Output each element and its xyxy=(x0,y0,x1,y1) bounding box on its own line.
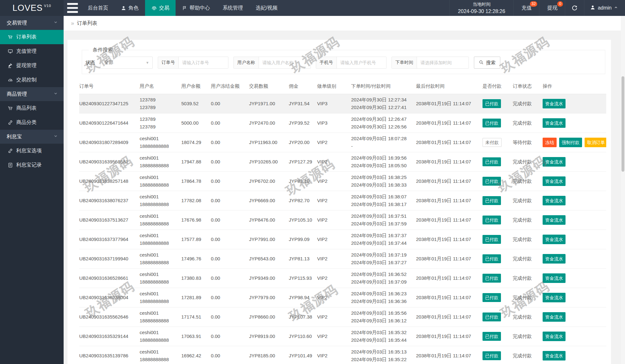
pay-status-badge: 已付款 xyxy=(483,351,501,360)
hamburger-icon[interactable] xyxy=(64,0,81,16)
main-menu: 后台首页角色交易帮助中心系统管理选妃/视频 xyxy=(64,0,284,16)
commission-cell: JYP110.60 xyxy=(289,326,317,346)
column-header: 交易数额 xyxy=(249,79,289,94)
sidebar-item-利息宝选项[interactable]: 利息宝选项 xyxy=(0,144,64,158)
actions-cell: 资金流水 xyxy=(543,230,606,249)
action-button-资金流水[interactable]: 资金流水 xyxy=(543,196,566,205)
scales-icon xyxy=(151,5,157,11)
sidebar-group-利息宝[interactable]: 利息宝 xyxy=(0,130,64,144)
action-button-资金流水[interactable]: 资金流水 xyxy=(543,293,566,302)
breadcrumb: » 订单列表 xyxy=(64,16,625,31)
paid-cell: 已付款 xyxy=(483,326,513,346)
time-cell: 2024年09月03日 16:36:232024年09月03日 16:36:36 xyxy=(351,288,416,307)
main-content: » 订单列表 条件搜索 状态 全部 ▼ 订单号 用户名称 xyxy=(64,16,625,364)
scrollbar-thumb[interactable] xyxy=(622,76,624,172)
action-button-冻结[interactable]: 冻结 xyxy=(543,138,557,147)
sidebar-item-提现管理[interactable]: 提现管理 xyxy=(0,58,64,73)
action-button-资金流水[interactable]: 资金流水 xyxy=(543,118,566,128)
actions-cell: 资金流水 xyxy=(543,94,606,113)
action-button-资金流水[interactable]: 资金流水 xyxy=(543,215,566,225)
cart-icon xyxy=(8,106,13,111)
action-button-资金流水[interactable]: 资金流水 xyxy=(543,332,566,341)
nav-item-label: 帮助中心 xyxy=(190,5,210,11)
action-button-资金流水[interactable]: 资金流水 xyxy=(543,273,566,283)
sidebar-item-充值管理[interactable]: 充值管理 xyxy=(0,44,64,58)
refresh-icon[interactable] xyxy=(565,0,584,16)
time-cell: 2024年09月03日 16:35:322024年09月03日 16:35:44 xyxy=(351,326,416,346)
table-row: UB2409031807289409ceshi00118888888888180… xyxy=(79,133,606,152)
action-button-资金流水[interactable]: 资金流水 xyxy=(543,235,566,244)
column-header: 订单状态 xyxy=(513,79,543,94)
nav-item-后台首页[interactable]: 后台首页 xyxy=(81,0,115,16)
action-button-资金流水[interactable]: 资金流水 xyxy=(543,351,566,361)
time-cell: 2024年09月03日 16:38:252024年09月03日 16:38:33 xyxy=(351,171,416,191)
recharge-badge: 32 xyxy=(530,1,537,7)
local-time: 当地时间 2024-09-30 12:28:26 xyxy=(449,0,514,16)
sidebar-group-交易管理[interactable]: 交易管理 xyxy=(0,16,64,30)
last-pay-time-cell: 2038年01月19日 11:14:07 xyxy=(416,268,483,288)
action-button-资金流水[interactable]: 资金流水 xyxy=(543,176,566,186)
frozen-cell: 0.00 xyxy=(211,133,249,152)
action-button-资金流水[interactable]: 资金流水 xyxy=(543,99,566,108)
order-status-cell: 完成付款 xyxy=(513,94,543,113)
nav-item-交易[interactable]: 交易 xyxy=(145,0,176,16)
pay-status-badge: 未付款 xyxy=(483,138,502,147)
sidebar-item-订单列表[interactable]: 订单列表 xyxy=(0,30,64,44)
nav-item-系统管理[interactable]: 系统管理 xyxy=(216,0,249,16)
action-button-资金流水[interactable]: 资金流水 xyxy=(543,157,566,167)
order-status-cell: 完成付款 xyxy=(513,249,543,268)
nav-item-label: 选妃/视频 xyxy=(256,5,277,11)
paid-cell: 已付款 xyxy=(483,191,513,210)
sidebar-item-商品分类[interactable]: 商品分类 xyxy=(0,115,64,130)
sidebar-item-交易控制[interactable]: 交易控制 xyxy=(0,73,64,87)
nav-item-角色[interactable]: 角色 xyxy=(115,0,145,16)
recharge-button[interactable]: 充值 32 xyxy=(514,0,539,16)
nav-item-帮助中心[interactable]: 帮助中心 xyxy=(176,0,216,16)
order-status-cell: 完成付款 xyxy=(513,210,543,230)
balance-cell: 5000.00 xyxy=(181,113,211,133)
table-row: UB24093012273471251237891237895039.520.0… xyxy=(79,94,606,113)
phone-input[interactable] xyxy=(337,57,386,68)
nav-item-选妃/视频[interactable]: 选妃/视频 xyxy=(249,0,284,16)
order-no-cell: UB2409031636238004 xyxy=(79,288,140,307)
order-time-input[interactable] xyxy=(417,57,469,68)
actions-cell: 资金流水 xyxy=(543,171,606,191)
card-icon xyxy=(8,49,13,54)
order-status-cell: 完成付款 xyxy=(513,113,543,133)
commission-cell: JYP127.29 xyxy=(289,152,317,171)
action-button-取消订单[interactable]: 取消订单 xyxy=(585,138,606,147)
time-cell: 2024年09月03日 16:37:512024年09月03日 16:37:59 xyxy=(351,210,416,230)
commission-cell: JYP20.00 xyxy=(289,133,317,152)
sidebar-item-商品列表[interactable]: 商品列表 xyxy=(0,101,64,115)
withdraw-button[interactable]: 提现 0 xyxy=(539,0,565,16)
status-select[interactable]: 全部 ▼ xyxy=(100,57,153,69)
level-cell: VIP2 xyxy=(317,210,351,230)
order-status-cell: 完成付款 xyxy=(513,230,543,249)
search-button[interactable]: 搜索 xyxy=(474,57,500,69)
user-menu[interactable]: admin xyxy=(584,0,625,16)
amount-cell: JYP10265.00 xyxy=(249,152,289,171)
username-label: 用户名称 xyxy=(234,57,259,68)
pay-status-badge: 已付款 xyxy=(483,254,501,263)
column-header: 做单级别 xyxy=(317,79,351,94)
order-no-cell: UB2409031807289409 xyxy=(79,133,140,152)
action-button-资金流水[interactable]: 资金流水 xyxy=(543,254,566,264)
pay-status-badge: 已付款 xyxy=(483,312,501,321)
user-cell: ceshi00118888888888 xyxy=(140,307,181,326)
level-cell: VIP2 xyxy=(317,249,351,268)
column-header: 下单时间/付款时间 xyxy=(351,79,416,94)
table-row: UB2409031635139786ceshi00118888888888169… xyxy=(79,346,606,364)
sidebar-group-商品管理[interactable]: 商品管理 xyxy=(0,87,64,101)
action-button-资金流水[interactable]: 资金流水 xyxy=(543,312,566,322)
username-input[interactable] xyxy=(259,57,310,68)
time-cell: 2024年09月03日 16:37:192024年09月03日 16:37:27 xyxy=(351,249,416,268)
level-cell: VIP2 xyxy=(317,171,351,191)
order-no-cell: UB2409031637199940 xyxy=(79,249,140,268)
order-no-input[interactable] xyxy=(179,57,228,68)
action-button-强制付款[interactable]: 强制付款 xyxy=(559,138,582,147)
content-card: 条件搜索 状态 全部 ▼ 订单号 用户名称 手机号 xyxy=(67,40,611,364)
column-header: 是否付款 xyxy=(483,79,513,94)
sidebar-item-利息宝记录[interactable]: 利息宝记录 xyxy=(0,158,64,172)
sidebar-group-label: 商品管理 xyxy=(7,91,27,98)
sidebar-item-label: 利息宝记录 xyxy=(16,162,42,168)
